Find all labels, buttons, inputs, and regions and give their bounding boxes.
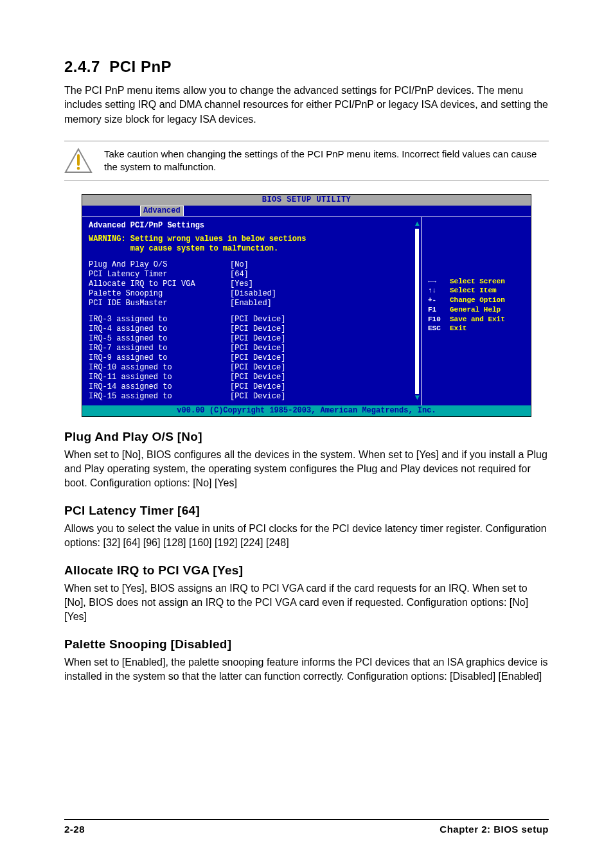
caution-text: Take caution when changing the settings … [104,148,549,174]
bios-setting-row[interactable]: IRQ-9 assigned to[PCI Device] [89,353,414,363]
bios-help-line: +-Change Option [428,296,527,305]
bios-setting-row[interactable]: IRQ-5 assigned to[PCI Device] [89,334,414,344]
bios-settings-top: Plug And Play O/S[No] PCI Latency Timer[… [89,260,414,308]
scroll-up-icon[interactable]: ▲ [415,220,420,229]
section-heading: 2.4.7 PCI PnP [64,58,549,76]
bios-setting-value: [64] [230,270,249,279]
caution-icon [64,148,93,173]
bios-setting-value: [Disabled] [230,289,276,299]
bios-setting-label: PCI Latency Timer [89,270,230,279]
bios-setting-value: [PCI Device] [230,324,285,334]
bios-help-line: ESCExit [428,324,527,333]
bios-help-desc: Exit [450,324,466,333]
bios-setting-label: PCI IDE BusMaster [89,299,230,308]
bios-setting-label: IRQ-7 assigned to [89,344,230,353]
bios-setting-value: [No] [230,260,249,270]
chapter-label: Chapter 2: BIOS setup [440,824,549,835]
page-content: 2.4.7 PCI PnP The PCI PnP menu items all… [64,58,549,684]
bios-setting-value: [PCI Device] [230,363,285,373]
bios-setting-row[interactable]: IRQ-15 assigned to[PCI Device] [89,392,414,402]
bios-help-key: F10 [428,315,450,324]
bios-setting-label: Plug And Play O/S [89,260,230,270]
bios-help-line: ↑↓Select Item [428,287,527,296]
bios-setting-label: IRQ-15 assigned to [89,392,230,402]
bios-footer: v00.00 (C)Copyright 1985-2003, American … [82,405,531,416]
caution-block: Take caution when changing the settings … [64,141,549,181]
bios-help-key: +- [428,296,450,305]
bios-setting-label: Palette Snooping [89,289,230,299]
bios-tab-advanced[interactable]: Advanced [140,206,184,216]
bios-setting-value: [PCI Device] [230,382,285,392]
bios-setting-value: [PCI Device] [230,373,285,382]
bios-setting-row[interactable]: PCI Latency Timer[64] [89,270,414,279]
bios-title: BIOS SETUP UTILITY [82,195,531,206]
bios-setting-row[interactable]: IRQ-11 assigned to[PCI Device] [89,373,414,382]
bios-setting-label: IRQ-14 assigned to [89,382,230,392]
bios-setting-row[interactable]: Plug And Play O/S[No] [89,260,414,270]
palette-snooping-body: When set to [Enabled], the palette snoop… [64,655,549,684]
bios-setting-row[interactable]: IRQ-3 assigned to[PCI Device] [89,315,414,324]
section-intro: The PCI PnP menu items allow you to chan… [64,84,549,127]
bios-help-desc: Select Item [450,287,497,296]
bios-warning-line2: may cause system to malfunction. [89,244,414,254]
page-number: 2-28 [64,824,85,835]
scroll-track[interactable] [415,229,419,394]
bios-setting-value: [PCI Device] [230,344,285,353]
palette-snooping-heading: Palette Snooping [Disabled] [64,637,549,651]
bios-help-line: F10Save and Exit [428,315,527,324]
bios-setting-row[interactable]: Palette Snooping[Disabled] [89,289,414,299]
section-number: 2.4.7 [64,58,100,75]
bios-help-key: F1 [428,306,450,315]
bios-help-line: F1General Help [428,306,527,315]
plug-and-play-body: When set to [No], BIOS configures all th… [64,448,549,491]
section-title: PCI PnP [109,58,172,75]
bios-help-desc: General Help [450,306,501,315]
bios-setting-value: [PCI Device] [230,392,285,402]
bios-setting-value: [PCI Device] [230,353,285,363]
allocate-irq-heading: Allocate IRQ to PCI VGA [Yes] [64,563,549,578]
bios-help-desc: Save and Exit [450,315,505,324]
bios-setting-value: [Yes] [230,279,253,289]
bios-menubar: Advanced [82,206,531,217]
bios-help-line: ←→Select Screen [428,278,527,287]
bios-setting-row[interactable]: IRQ-14 assigned to[PCI Device] [89,382,414,392]
bios-help-panel: ←→Select Screen ↑↓Select Item +-Change O… [422,217,531,405]
bios-setting-row[interactable]: IRQ-7 assigned to[PCI Device] [89,344,414,353]
bios-setting-row[interactable]: IRQ-10 assigned to[PCI Device] [89,363,414,373]
bios-help-key: ←→ [428,278,450,287]
bios-setting-row[interactable]: PCI IDE BusMaster[Enabled] [89,299,414,308]
bios-setting-value: [PCI Device] [230,334,285,344]
bios-setting-row[interactable]: Allocate IRQ to PCI VGA[Yes] [89,279,414,289]
bios-panel-heading: Advanced PCI/PnP Settings [89,221,414,231]
page-footer: 2-28 Chapter 2: BIOS setup [64,819,549,835]
bios-help-key: ESC [428,324,450,333]
bios-setting-label: IRQ-11 assigned to [89,373,230,382]
bios-help-desc: Change Option [450,296,505,305]
pci-latency-heading: PCI Latency Timer [64] [64,504,549,518]
bios-setting-label: IRQ-3 assigned to [89,315,230,324]
bios-settings-irq: IRQ-3 assigned to[PCI Device] IRQ-4 assi… [89,315,414,402]
bios-setting-label: IRQ-4 assigned to [89,324,230,334]
spacer [89,308,414,315]
svg-point-2 [77,167,80,170]
pci-latency-body: Allows you to select the value in units … [64,522,549,551]
bios-main: ▲ ▼ Advanced PCI/PnP Settings WARNING: S… [82,217,531,405]
bios-setting-value: [PCI Device] [230,315,285,324]
allocate-irq-body: When set to [Yes], BIOS assigns an IRQ t… [64,581,549,624]
bios-setting-value: [Enabled] [230,299,272,308]
bios-help-desc: Select Screen [450,278,505,287]
bios-warning-line1: WARNING: Setting wrong values in below s… [89,235,414,244]
spacer [428,221,527,278]
plug-and-play-heading: Plug And Play O/S [No] [64,430,549,444]
bios-setting-row[interactable]: IRQ-4 assigned to[PCI Device] [89,324,414,334]
bios-setting-label: Allocate IRQ to PCI VGA [89,279,230,289]
bios-screenshot: BIOS SETUP UTILITY Advanced ▲ ▼ Advanced… [82,194,531,417]
scroll-down-icon[interactable]: ▼ [415,393,420,403]
bios-setting-label: IRQ-5 assigned to [89,334,230,344]
bios-help-key: ↑↓ [428,287,450,296]
bios-left-panel: ▲ ▼ Advanced PCI/PnP Settings WARNING: S… [82,217,422,405]
bios-setting-label: IRQ-10 assigned to [89,363,230,373]
bios-warning: WARNING: Setting wrong values in below s… [89,235,414,254]
bios-setting-label: IRQ-9 assigned to [89,353,230,363]
